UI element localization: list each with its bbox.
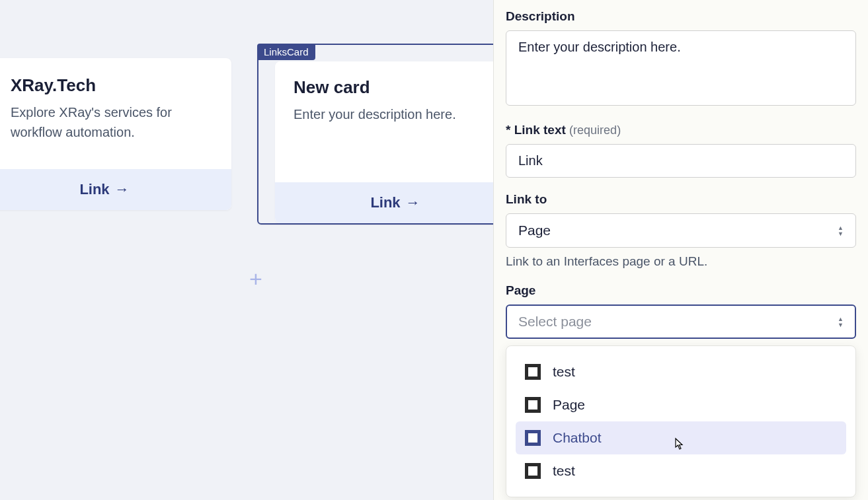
link-text-label: * Link text (required) xyxy=(506,123,856,137)
page-option-label: Page xyxy=(553,397,585,413)
page-option-label: Chatbot xyxy=(553,430,602,446)
field-page: Page Select page ▲▼ test Page Chatbot te… xyxy=(506,283,856,497)
links-card-1[interactable]: 🛠 XRay.Tech Explore XRay's services for … xyxy=(0,58,231,210)
link-text-input[interactable] xyxy=(506,144,856,178)
link-to-label: Link to xyxy=(506,192,856,207)
page-icon xyxy=(525,397,541,413)
card-link-row[interactable]: Link → xyxy=(275,182,516,223)
arrow-right-icon: → xyxy=(115,181,130,198)
page-option-chatbot[interactable]: Chatbot xyxy=(516,421,846,454)
link-to-hint: Link to an Interfaces page or a URL. xyxy=(506,254,856,269)
required-hint: (required) xyxy=(569,124,621,137)
description-label: Description xyxy=(506,9,856,24)
link-to-select[interactable]: Page ▲▼ xyxy=(506,213,856,248)
links-card-selected[interactable]: LinksCard New card Enter your descriptio… xyxy=(257,44,533,225)
card-title: New card xyxy=(294,77,497,98)
page-label: Page xyxy=(506,283,856,298)
card-description: Explore XRay's services for workflow aut… xyxy=(11,102,213,142)
page-select[interactable]: Select page ▲▼ xyxy=(506,304,856,339)
arrow-right-icon: → xyxy=(406,194,420,211)
card-link-label: Link xyxy=(370,194,400,211)
page-option-label: test xyxy=(553,463,575,479)
description-input[interactable] xyxy=(506,30,856,106)
page-placeholder: Select page xyxy=(518,314,592,330)
chevron-up-down-icon: ▲▼ xyxy=(838,225,844,236)
page-option-test[interactable]: test xyxy=(516,355,846,388)
plus-icon: + xyxy=(249,266,262,292)
page-icon xyxy=(525,463,541,479)
page-option-test-2[interactable]: test xyxy=(516,454,846,487)
page-icon xyxy=(525,364,541,380)
page-dropdown: test Page Chatbot test xyxy=(506,345,856,497)
card-link-row[interactable]: Link → xyxy=(0,169,231,210)
chevron-up-down-icon: ▲▼ xyxy=(838,316,844,328)
required-marker: * xyxy=(506,123,510,137)
page-icon xyxy=(525,430,541,446)
card-link-label: Link xyxy=(79,181,109,198)
field-link-text: * Link text (required) xyxy=(506,123,856,178)
add-component-button[interactable]: + xyxy=(245,268,267,290)
card-title: XRay.Tech xyxy=(11,75,213,96)
component-tag: LinksCard xyxy=(257,44,315,60)
page-option-label: test xyxy=(553,364,575,380)
link-to-value: Page xyxy=(518,223,551,238)
field-link-to: Link to Page ▲▼ Link to an Interfaces pa… xyxy=(506,192,856,269)
page-option-page[interactable]: Page xyxy=(516,388,846,421)
card-description: Enter your description here. xyxy=(294,104,497,124)
field-description: Description xyxy=(506,9,856,108)
property-sidebar: Description * Link text (required) Link … xyxy=(493,0,868,500)
